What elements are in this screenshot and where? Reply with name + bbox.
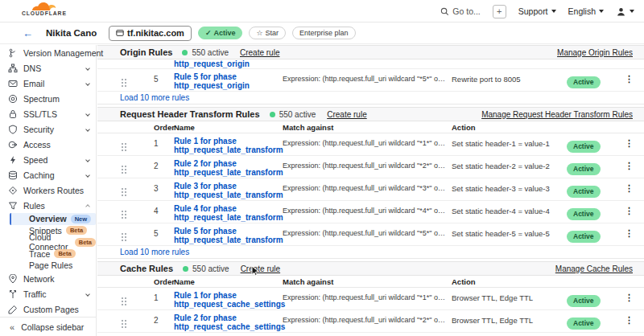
sidebar-item-email[interactable]: Email	[0, 76, 96, 91]
rule-name-link[interactable]: Rule 2 for phasehttp_request_cache_setti…	[174, 313, 283, 332]
sidebar-item-trace[interactable]: Trace Beta	[0, 248, 96, 260]
row-menu-button[interactable]: ⋮	[615, 178, 644, 200]
add-button[interactable]: +	[493, 5, 506, 18]
active-dot-icon	[183, 266, 188, 272]
sidebar-item-ssl-tls[interactable]: SSL/TLS	[0, 106, 96, 121]
manage-transform-rules-link[interactable]: Manage Request Header Transform Rules	[481, 110, 633, 119]
caching-database-icon	[8, 170, 18, 180]
drag-handle-icon[interactable]	[122, 79, 127, 88]
global-search[interactable]: Go to...	[440, 6, 480, 16]
manage-cache-rules-link[interactable]: Manage Cache Rules	[555, 264, 633, 273]
sidebar-item-dns[interactable]: DNS	[0, 60, 96, 76]
active-dot-icon	[270, 112, 275, 117]
sidebar-item-security[interactable]: Security	[0, 121, 96, 137]
sidebar-item-page-rules[interactable]: Page Rules	[0, 260, 96, 272]
section-header-cache-rules: Cache Rules 550 active Create rule Manag…	[97, 261, 644, 276]
sidebar-item-cloud-connector[interactable]: Cloud Connector Beta	[0, 236, 96, 248]
rule-action: Browser TTL, Edge TTL	[452, 333, 567, 336]
rule-expression: Expression: (http.request.full_uri wildc…	[283, 288, 452, 309]
row-menu-button[interactable]: ⋮	[615, 156, 644, 178]
load-more-rules-link[interactable]: Load 10 more rules	[120, 93, 189, 102]
chevron-down-icon	[85, 81, 90, 86]
rule-action: Set static header-4 = value-4	[452, 201, 567, 223]
back-arrow-icon[interactable]: ←	[23, 27, 33, 39]
sidebar-item-workers-routes[interactable]: Workers Routes	[0, 182, 96, 198]
table-column-headers: Order Name Match against Action	[97, 276, 644, 288]
new-badge: New	[71, 215, 91, 223]
rule-name-link[interactable]: Rule 5 for phase http_request_origin	[174, 72, 283, 91]
load-more-rules-link[interactable]: Load 10 more rules	[120, 248, 189, 256]
create-rule-link[interactable]: Create rule	[241, 264, 280, 273]
network-pin-icon	[8, 274, 18, 284]
version-management-icon	[8, 48, 18, 58]
rule-row: 5 Rule 5 for phase http_request_origin E…	[97, 69, 644, 92]
sidebar-item-traffic[interactable]: Traffic	[0, 287, 96, 302]
rule-row: 3 Rule 3 for phasehttp_request_late_tran…	[97, 178, 644, 201]
active-count: 550 active	[192, 48, 229, 57]
chevron-down-icon	[85, 66, 90, 71]
cloudflare-logo[interactable]: CLOUDFLARE	[22, 2, 64, 16]
rule-expression: Expression: (http.request.full_uri wildc…	[283, 156, 452, 178]
sidebar-item-caching[interactable]: Caching	[0, 167, 96, 182]
status-badge: Active	[567, 141, 601, 153]
manage-origin-rules-link[interactable]: Manage Origin Rules	[557, 48, 633, 57]
row-menu-button[interactable]: ⋮	[615, 201, 644, 223]
chevron-down-icon	[85, 173, 90, 178]
rule-name-link[interactable]: Rule 4 for phasehttp_request_late_transf…	[174, 204, 283, 223]
create-rule-link[interactable]: Create rule	[240, 48, 279, 57]
sidebar-item-speed[interactable]: Speed	[0, 152, 96, 167]
traffic-icon	[8, 289, 18, 299]
account-menu[interactable]	[616, 6, 634, 17]
plan-badge: Enterprise plan	[292, 27, 356, 39]
sidebar-item-network[interactable]: Network	[0, 272, 96, 287]
sidebar-item-access[interactable]: Access	[0, 137, 96, 152]
sidebar-item-rules[interactable]: Rules	[0, 198, 96, 213]
drag-handle-icon[interactable]	[122, 166, 127, 174]
rule-name-link[interactable]: Rule 1 for phasehttp_request_cache_setti…	[174, 291, 283, 309]
collapse-sidebar-button[interactable]: « Collapse sidebar	[0, 317, 96, 336]
drag-handle-icon[interactable]	[122, 188, 127, 197]
ssl-tls-lock-icon	[8, 109, 18, 119]
drag-handle-icon[interactable]	[122, 320, 127, 329]
row-menu-button[interactable]: ⋮	[615, 69, 644, 91]
sidebar-item-overview[interactable]: Overview New	[10, 213, 96, 225]
rule-name-link[interactable]: Rule 5 for phasehttp_request_late_transf…	[174, 227, 283, 245]
chevron-down-icon	[85, 127, 90, 132]
create-rule-link[interactable]: Create rule	[327, 110, 366, 119]
zone-domain: tf.nikitac.com	[127, 28, 184, 38]
zone-selector[interactable]: tf.nikitac.com	[109, 26, 192, 41]
sidebar-item-version-management[interactable]: Version Management	[0, 45, 96, 60]
rule-name-link[interactable]: Rule 3 for phasehttp_request_late_transf…	[174, 182, 283, 200]
custom-pages-pen-icon	[8, 305, 18, 314]
status-badge: Active	[567, 295, 601, 307]
rule-expression: Expression: (http.request.full_uri wildc…	[283, 133, 452, 155]
drag-handle-icon[interactable]	[122, 143, 127, 152]
sidebar-item-spectrum[interactable]: Spectrum	[0, 91, 96, 106]
rule-name-link[interactable]: http_request_origin	[174, 59, 283, 69]
domain-icon	[116, 29, 124, 37]
chevron-down-icon	[630, 10, 634, 13]
rule-row: 4 Rule 4 for phasehttp_request_late_tran…	[97, 201, 644, 223]
support-menu[interactable]: Support	[518, 6, 556, 16]
drag-handle-icon[interactable]	[122, 211, 127, 219]
row-menu-button[interactable]: ⋮	[615, 288, 644, 309]
rule-action: Browser TTL, Edge TTL	[452, 288, 567, 309]
star-button[interactable]: ☆ Star	[249, 27, 286, 39]
rule-name-link[interactable]: Rule 1 for phasehttp_request_late_transf…	[174, 137, 283, 155]
row-menu-button[interactable]: ⋮	[615, 133, 644, 155]
row-menu-button[interactable]: ⋮	[615, 310, 644, 332]
access-icon	[8, 140, 18, 150]
section-title: Request Header Transform Rules	[120, 109, 260, 119]
row-menu-button[interactable]: ⋮	[615, 223, 644, 245]
row-menu-button[interactable]: ⋮	[615, 333, 644, 336]
rule-name-link[interactable]: Rule 2 for phasehttp_request_late_transf…	[174, 159, 283, 178]
sidebar-item-custom-pages[interactable]: Custom Pages	[0, 302, 96, 318]
zone-status-badge: ✓ Active	[198, 27, 243, 39]
load-more-row: Load 10 more rules	[97, 92, 644, 104]
drag-handle-icon[interactable]	[122, 297, 127, 306]
drag-handle-icon[interactable]	[122, 233, 127, 242]
section-header-transform-rules: Request Header Transform Rules 550 activ…	[97, 107, 644, 121]
cloudflare-wordmark: CLOUDFLARE	[22, 10, 64, 16]
language-menu[interactable]: English	[568, 6, 604, 16]
section-header-origin-rules: Origin Rules 550 active Create rule Mana…	[97, 45, 644, 59]
